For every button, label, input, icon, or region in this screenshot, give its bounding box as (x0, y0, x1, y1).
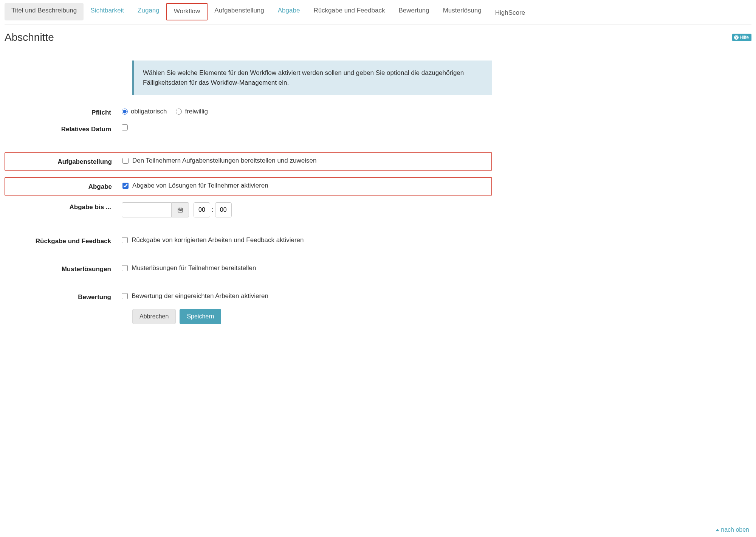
help-label: Hilfe (740, 35, 749, 40)
tab-bar: Titel und Beschreibung Sichtbarkeit Zuga… (5, 3, 751, 25)
radio-obligatorisch-label: obligatorisch (131, 108, 167, 115)
checkbox-musterloesungen[interactable] (122, 265, 128, 271)
help-button[interactable]: ? Hilfe (732, 34, 751, 41)
checkbox-aufgabenstellung[interactable] (122, 158, 129, 164)
text-aufgabenstellung: Den Teilnehmern Aufgabenstellungen berei… (132, 157, 316, 165)
label-rueckgabe: Rückgabe und Feedback (5, 236, 122, 245)
text-rueckgabe: Rückgabe von korrigierten Arbeiten und F… (132, 236, 304, 244)
tab-musterloesung[interactable]: Musterlösung (436, 3, 488, 20)
svg-rect-6 (181, 210, 182, 211)
svg-rect-4 (179, 210, 180, 211)
tab-sichtbarkeit[interactable]: Sichtbarkeit (84, 3, 131, 20)
text-abgabe: Abgabe von Lösungen für Teilnehmer aktiv… (132, 182, 268, 189)
tab-workflow[interactable]: Workflow (166, 3, 208, 20)
text-musterloesungen: Musterlösungen für Teilnehmer bereitstel… (132, 264, 256, 272)
save-button[interactable]: Speichern (180, 309, 221, 324)
tab-aufgabenstellung[interactable]: Aufgabenstellung (208, 3, 271, 20)
tab-rueckgabe-feedback[interactable]: Rückgabe und Feedback (307, 3, 392, 20)
input-abgabe-date[interactable] (122, 202, 172, 217)
tab-zugang[interactable]: Zugang (131, 3, 166, 20)
checkbox-rueckgabe[interactable] (122, 237, 128, 243)
svg-rect-0 (178, 208, 183, 212)
label-abgabe: Abgabe (5, 182, 122, 191)
info-box: Wählen Sie welche Elemente für den Workf… (132, 61, 492, 95)
checkbox-bewertung[interactable] (122, 293, 128, 299)
help-icon: ? (734, 35, 739, 40)
radio-freiwillig[interactable] (176, 109, 182, 115)
label-bewertung: Bewertung (5, 292, 122, 301)
label-aufgabenstellung: Aufgabenstellung (5, 157, 122, 166)
cancel-button[interactable]: Abbrechen (132, 309, 176, 324)
input-abgabe-hour[interactable] (194, 202, 210, 217)
radio-obligatorisch[interactable] (122, 109, 128, 115)
tab-abgabe[interactable]: Abgabe (271, 3, 307, 20)
tab-bewertung[interactable]: Bewertung (392, 3, 436, 20)
radio-freiwillig-label: freiwillig (185, 108, 208, 115)
label-musterloesungen: Musterlösungen (5, 264, 122, 273)
label-abgabe-bis: Abgabe bis ... (5, 202, 122, 211)
tab-highscore[interactable]: HighScore (488, 5, 532, 20)
calendar-icon (177, 207, 183, 213)
checkbox-relatives-datum[interactable] (122, 124, 128, 130)
checkbox-abgabe[interactable] (122, 183, 129, 189)
page-title: Abschnitte (5, 31, 54, 43)
label-relatives-datum: Relatives Datum (5, 124, 122, 133)
button-datepicker[interactable] (172, 202, 189, 217)
svg-rect-5 (180, 210, 181, 211)
text-bewertung: Bewertung der eingereichten Arbeiten akt… (132, 292, 268, 300)
input-abgabe-minute[interactable] (215, 202, 232, 217)
time-colon: : (210, 206, 215, 214)
tab-titel-beschreibung[interactable]: Titel und Beschreibung (5, 3, 84, 20)
label-pflicht: Pflicht (5, 108, 122, 117)
